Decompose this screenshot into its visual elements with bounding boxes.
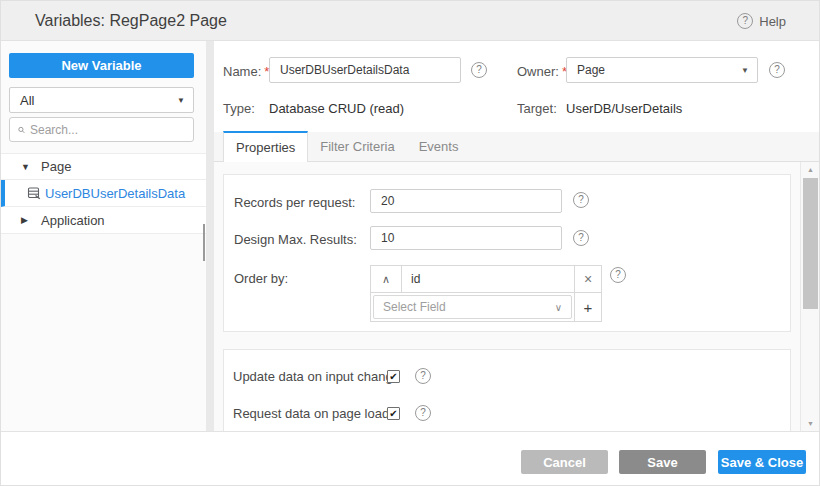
- check-icon: ✔: [389, 371, 397, 382]
- tab-properties[interactable]: Properties: [223, 131, 308, 162]
- update-on-input-change-label: Update data on input change: [233, 369, 400, 384]
- name-field[interactable]: [269, 57, 461, 83]
- dialog-title: Variables: RegPage2 Page: [35, 1, 227, 41]
- variables-dialog: Variables: RegPage2 Page ? Help New Vari…: [0, 0, 820, 486]
- dialog-footer: Cancel Save Save & Close: [1, 431, 820, 486]
- remove-order-field-button[interactable]: ×: [574, 266, 601, 292]
- update-on-input-change-help-icon[interactable]: ?: [415, 368, 431, 384]
- update-on-input-change-row: Update data on input change ✔ ?: [233, 368, 783, 384]
- detail-tabs: Properties Filter Criteria Events: [214, 132, 820, 162]
- plus-icon: +: [584, 299, 593, 316]
- variable-filter-select[interactable]: All ▼: [9, 87, 194, 113]
- design-max-results-help-icon[interactable]: ?: [573, 230, 589, 246]
- dialog-header: Variables: RegPage2 Page ? Help: [1, 1, 820, 41]
- caret-down-icon[interactable]: ▼: [21, 162, 31, 172]
- request-on-page-load-help-icon[interactable]: ?: [415, 405, 431, 421]
- search-input[interactable]: [30, 123, 185, 137]
- type-label: Type:: [223, 101, 255, 116]
- owner-label: Owner:*: [517, 64, 567, 79]
- help-label[interactable]: Help: [759, 14, 786, 29]
- content-scrollbar[interactable]: ▲ ▼: [800, 162, 820, 431]
- tree-node-page-label: Page: [41, 159, 71, 174]
- name-help-icon[interactable]: ?: [471, 62, 487, 78]
- close-icon: ×: [584, 271, 592, 287]
- request-on-page-load-label: Request data on page load: [233, 406, 389, 421]
- type-value: Database CRUD (read): [269, 101, 404, 116]
- save-button[interactable]: Save: [619, 450, 706, 474]
- scroll-up-arrow-icon[interactable]: ▲: [801, 166, 820, 173]
- sidebar-divider: [206, 41, 214, 431]
- variable-summary-form: Name:* ? Owner:* Page ▼ ? Type: Database…: [214, 41, 820, 132]
- update-on-input-change-checkbox[interactable]: ✔: [387, 370, 400, 383]
- owner-value: Page: [577, 63, 605, 77]
- tab-events[interactable]: Events: [407, 131, 471, 161]
- chevron-down-icon: ▼: [177, 96, 185, 105]
- tree-node-selected-variable[interactable]: UserDBUserDetailsData: [1, 180, 206, 207]
- order-by-help-icon[interactable]: ?: [610, 267, 626, 283]
- variable-filter-value: All: [20, 93, 34, 108]
- scroll-down-arrow-icon[interactable]: ▼: [801, 420, 820, 427]
- name-label: Name:*: [223, 64, 269, 79]
- design-max-results-label: Design Max. Results:: [234, 232, 357, 247]
- behavior-settings-card: Update data on input change ✔ ? Request …: [223, 349, 791, 444]
- scrollbar-thumb[interactable]: [803, 178, 818, 309]
- caret-right-icon[interactable]: ▶: [21, 215, 31, 225]
- add-order-field-button[interactable]: +: [574, 293, 601, 321]
- tree-node-application-label: Application: [41, 213, 105, 228]
- cancel-button[interactable]: Cancel: [521, 450, 608, 474]
- target-value: UserDB/UserDetails: [566, 101, 682, 116]
- target-label: Target:: [517, 101, 557, 116]
- properties-panel: Records per request: ? Design Max. Resul…: [214, 162, 820, 431]
- order-by-group: ∧ id × Select Field ∨ +: [370, 265, 602, 322]
- owner-select[interactable]: Page ▼: [566, 57, 758, 83]
- chevron-up-icon: ∧: [382, 273, 390, 286]
- add-order-field-row: Select Field ∨ +: [371, 292, 601, 321]
- chevron-down-icon: ▼: [741, 66, 749, 75]
- check-icon: ✔: [389, 408, 397, 419]
- database-variable-icon: [27, 186, 41, 200]
- select-field-dropdown[interactable]: Select Field ∨: [373, 295, 572, 319]
- variables-sidebar: New Variable All ▼ ▼ Page: [1, 41, 206, 431]
- data-settings-card: Records per request: ? Design Max. Resul…: [223, 174, 791, 332]
- help-icon[interactable]: ?: [737, 13, 753, 29]
- request-on-page-load-row: Request data on page load ✔ ?: [233, 405, 783, 421]
- sidebar-scrollbar-thumb[interactable]: [203, 224, 205, 261]
- order-by-row: ∧ id ×: [371, 266, 601, 292]
- tree-node-page[interactable]: ▼ Page: [1, 153, 206, 180]
- owner-help-icon[interactable]: ?: [769, 62, 785, 78]
- records-per-request-input[interactable]: [370, 189, 562, 213]
- chevron-down-icon: ∨: [555, 302, 562, 313]
- variable-tree: ▼ Page UserDBUserDetailsData ▶ Applicati…: [1, 153, 206, 234]
- save-and-close-button[interactable]: Save & Close: [718, 450, 806, 474]
- variable-search[interactable]: [9, 117, 194, 142]
- new-variable-button[interactable]: New Variable: [9, 53, 194, 78]
- records-per-request-help-icon[interactable]: ?: [573, 192, 589, 208]
- tab-filter-criteria[interactable]: Filter Criteria: [308, 131, 406, 161]
- select-field-placeholder: Select Field: [383, 300, 446, 314]
- request-on-page-load-checkbox[interactable]: ✔: [387, 407, 400, 420]
- help-link[interactable]: ? Help: [737, 1, 786, 41]
- search-icon: [18, 124, 25, 136]
- tree-node-variable-label: UserDBUserDetailsData: [45, 186, 185, 201]
- order-by-label: Order by:: [234, 271, 288, 286]
- tree-node-application[interactable]: ▶ Application: [1, 207, 206, 234]
- records-per-request-label: Records per request:: [234, 195, 355, 210]
- sort-direction-toggle[interactable]: ∧: [371, 266, 402, 292]
- order-by-field-value[interactable]: id: [402, 266, 574, 292]
- design-max-results-input[interactable]: [370, 226, 562, 250]
